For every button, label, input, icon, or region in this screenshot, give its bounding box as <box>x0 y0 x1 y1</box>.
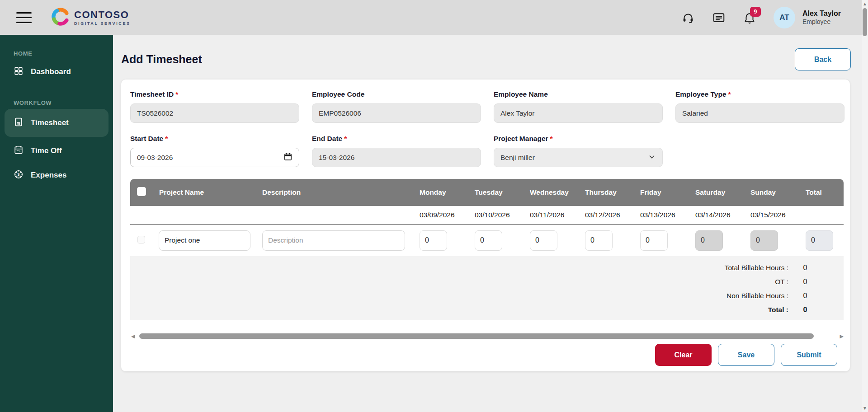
summary-non-billable: Non Billable Hours : 0 <box>130 289 844 303</box>
vertical-scrollbar[interactable]: ▲ ▼ <box>862 0 868 412</box>
save-button[interactable]: Save <box>718 344 774 366</box>
timesheet-icon <box>14 117 24 129</box>
sidebar-item-timesheet[interactable]: Timesheet <box>5 109 108 137</box>
column-header: Thursday <box>579 188 634 197</box>
summary-total-billable: Total Billable Hours : 0 <box>130 261 844 275</box>
horizontal-scrollbar[interactable]: ◀ ▶ <box>130 333 844 339</box>
field-label: Timesheet ID <box>130 90 174 98</box>
column-header: Project Name <box>153 188 256 197</box>
notification-badge: 9 <box>750 7 761 17</box>
sidebar-item-label: Timesheet <box>31 118 69 127</box>
row-total-input <box>806 230 833 251</box>
table-row <box>130 225 844 256</box>
user-role: Employee <box>802 18 841 26</box>
brand-logo: CONTOSO DIGITAL SERVICES <box>51 7 131 28</box>
avatar[interactable]: AT <box>774 7 795 28</box>
date-cell: 03/12/2026 <box>579 211 634 219</box>
field-label: Start Date <box>130 135 163 142</box>
hours-input-friday[interactable] <box>640 230 668 251</box>
back-button[interactable]: Back <box>795 48 851 70</box>
date-cell: 03/15/2026 <box>744 211 799 219</box>
dashboard-icon <box>14 66 24 78</box>
field-employee-type: Employee Type* Salaried <box>675 90 844 123</box>
field-end-date: End Date* 15-03-2026 <box>312 135 481 167</box>
hours-input-monday[interactable] <box>420 230 447 251</box>
sidebar-item-dashboard[interactable]: Dashboard <box>0 60 113 84</box>
column-header: Wednesday <box>524 188 579 197</box>
timesheet-table: Project Name Description Monday Tuesday … <box>130 179 844 256</box>
hours-input-thursday[interactable] <box>585 230 613 251</box>
employee-name-input: Alex Taylor <box>494 103 663 123</box>
field-label: Employee Name <box>494 90 548 98</box>
select-all-checkbox[interactable] <box>137 187 146 196</box>
field-label: Project Manager <box>494 135 548 142</box>
sidebar-item-label: Time Off <box>31 146 62 155</box>
hours-input-sunday <box>750 230 778 251</box>
form-actions: Clear Save Submit <box>130 344 844 366</box>
field-timesheet-id: Timesheet ID* TS0526002 <box>130 90 299 123</box>
project-name-input[interactable] <box>159 230 250 251</box>
timesheet-id-input: TS0526002 <box>130 103 299 123</box>
scroll-left-icon[interactable]: ◀ <box>131 334 135 338</box>
description-input[interactable] <box>262 230 405 251</box>
scroll-right-icon[interactable]: ▶ <box>840 334 844 338</box>
sidebar-item-expenses[interactable]: $ Expenses <box>0 163 113 187</box>
scroll-down-icon[interactable]: ▼ <box>863 406 867 411</box>
sidebar-item-timeoff[interactable]: Time Off <box>0 139 113 163</box>
date-cell: 03/11/2026 <box>524 211 579 219</box>
contoso-logo-icon <box>51 7 71 28</box>
required-asterisk: * <box>550 135 553 142</box>
start-date-input[interactable]: 09-03-2026 <box>130 148 299 167</box>
required-asterisk: * <box>165 135 168 142</box>
top-bar: CONTOSO DIGITAL SERVICES 9 A <box>0 0 868 35</box>
sidebar: HOME Dashboard WORKFLOW Timesheet <box>0 35 113 412</box>
sidebar-item-label: Dashboard <box>31 67 71 76</box>
column-header: Saturday <box>689 188 744 197</box>
end-date-input: 15-03-2026 <box>312 148 481 167</box>
scroll-up-icon[interactable]: ▲ <box>863 1 867 6</box>
news-feed-icon[interactable] <box>712 11 726 24</box>
project-manager-select[interactable]: Benji miller <box>494 148 663 167</box>
calendar-icon[interactable] <box>283 152 292 163</box>
clear-button[interactable]: Clear <box>655 344 712 366</box>
timesheet-card: Timesheet ID* TS0526002 Employee Code EM… <box>121 80 850 371</box>
column-header: Monday <box>413 188 468 197</box>
field-label: End Date <box>312 135 342 142</box>
column-header: Description <box>256 188 413 197</box>
menu-toggle-button[interactable] <box>16 12 32 23</box>
summary-total: Total : 0 <box>130 303 844 317</box>
date-cell: 03/09/2026 <box>413 211 468 219</box>
field-label: Employee Code <box>312 90 364 98</box>
expenses-dollar-icon: $ <box>14 169 24 182</box>
page-title: Add Timesheet <box>121 53 202 66</box>
column-header: Sunday <box>744 188 799 197</box>
hours-input-tuesday[interactable] <box>475 230 502 251</box>
main-content: Add Timesheet Back Timesheet ID* TS05260… <box>113 35 862 412</box>
page-header: Add Timesheet Back <box>113 35 862 70</box>
required-asterisk: * <box>728 90 731 98</box>
table-dates-row: 03/09/2026 03/10/2026 03/11/2026 03/12/2… <box>130 206 844 225</box>
required-asterisk: * <box>344 135 347 142</box>
column-header: Tuesday <box>468 188 524 197</box>
notifications-bell-icon[interactable]: 9 <box>743 11 756 24</box>
support-headset-icon[interactable] <box>681 11 695 24</box>
field-employee-code: Employee Code EMP0526006 <box>312 90 481 123</box>
submit-button[interactable]: Submit <box>781 344 837 366</box>
user-info: Alex Taylor Employee <box>802 9 841 26</box>
field-project-manager: Project Manager* Benji miller <box>494 135 663 167</box>
summary-panel: Total Billable Hours : 0 OT : 0 Non Bill… <box>130 256 844 320</box>
row-checkbox[interactable] <box>137 236 145 243</box>
column-header: Friday <box>634 188 689 197</box>
field-label: Employee Type <box>675 90 726 98</box>
summary-ot: OT : 0 <box>130 275 844 289</box>
sidebar-section-home: HOME <box>14 50 113 57</box>
date-cell: 03/14/2026 <box>689 211 744 219</box>
horizontal-scrollbar-thumb[interactable] <box>139 333 814 339</box>
user-name: Alex Taylor <box>802 9 841 18</box>
date-cell: 03/10/2026 <box>468 211 524 219</box>
brand-tagline: DIGITAL SERVICES <box>74 21 131 26</box>
hours-input-wednesday[interactable] <box>530 230 557 251</box>
sidebar-section-workflow: WORKFLOW <box>14 99 113 106</box>
svg-text:$: $ <box>18 172 20 177</box>
vertical-scrollbar-thumb[interactable] <box>863 8 867 36</box>
